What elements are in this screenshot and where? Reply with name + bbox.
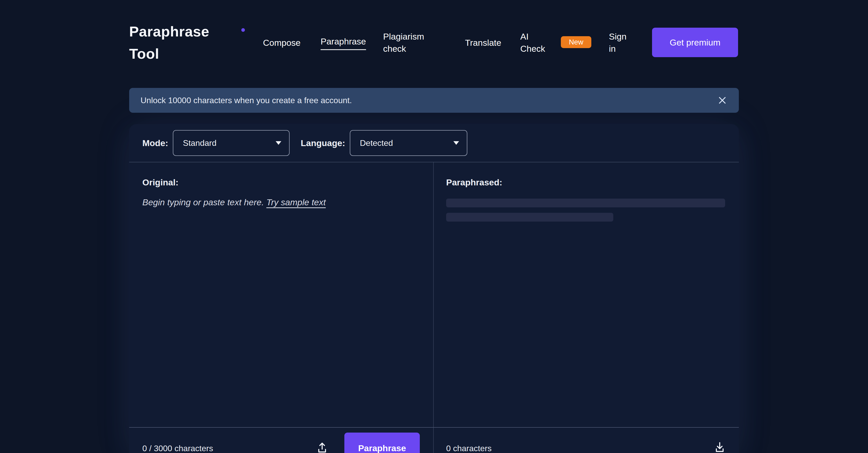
- bottom-bar-right: 0 characters: [434, 428, 739, 453]
- logo-line2: Tool: [129, 43, 209, 65]
- logo-dot-icon: [241, 28, 245, 32]
- language-select-value: Detected: [360, 138, 393, 148]
- new-badge: New: [561, 36, 591, 48]
- promo-banner-text: Unlock 10000 characters when you create …: [141, 96, 352, 105]
- editor-panels: Original: Begin typing or paste text her…: [129, 162, 739, 427]
- logo-line1: Paraphrase: [129, 21, 209, 43]
- mode-select[interactable]: Standard: [173, 130, 289, 156]
- toolbar: Mode: Standard Language: Detected: [129, 124, 739, 162]
- header: Paraphrase Tool Compose Paraphrase Plagi…: [129, 0, 739, 85]
- sign-in-link[interactable]: Sign in: [609, 30, 633, 55]
- skeleton-bar: [446, 213, 613, 222]
- paraphrase-card: Mode: Standard Language: Detected Origin…: [129, 124, 739, 453]
- logo[interactable]: Paraphrase Tool: [129, 21, 209, 65]
- close-icon[interactable]: [718, 96, 727, 105]
- chevron-down-icon: [276, 141, 281, 145]
- bottom-bar: 0 / 3000 characters Paraphrase 0 charact…: [129, 427, 739, 453]
- original-text-input[interactable]: Original: Begin typing or paste text her…: [129, 162, 434, 427]
- paraphrased-panel-title: Paraphrased:: [446, 177, 725, 188]
- try-sample-text-link[interactable]: Try sample text: [266, 197, 326, 207]
- nav-item-translate[interactable]: Translate: [465, 37, 501, 49]
- download-icon[interactable]: [714, 441, 725, 453]
- nav-item-compose[interactable]: Compose: [263, 37, 301, 49]
- nav-item-paraphrase-label: Paraphrase: [320, 35, 366, 50]
- skeleton-bar: [446, 199, 725, 207]
- nav-item-plagiarism-check[interactable]: Plagiarism check: [383, 30, 430, 55]
- paraphrase-button[interactable]: Paraphrase: [344, 432, 420, 453]
- mode-select-value: Standard: [183, 138, 216, 148]
- upload-icon[interactable]: [317, 442, 328, 453]
- promo-banner: Unlock 10000 characters when you create …: [129, 88, 739, 113]
- original-char-count: 0 / 3000 characters: [142, 444, 213, 453]
- get-premium-button[interactable]: Get premium: [652, 28, 738, 57]
- language-label: Language:: [301, 138, 345, 148]
- original-placeholder: Begin typing or paste text here. Try sam…: [142, 196, 423, 208]
- paraphrased-char-count: 0 characters: [446, 444, 492, 453]
- original-panel-title: Original:: [142, 177, 423, 188]
- language-select[interactable]: Detected: [350, 130, 467, 156]
- chevron-down-icon: [454, 141, 459, 145]
- placeholder-text: Begin typing or paste text here.: [142, 197, 264, 207]
- bottom-bar-left: 0 / 3000 characters Paraphrase: [129, 428, 434, 453]
- nav-item-ai-check[interactable]: AI Check: [520, 30, 551, 55]
- mode-label: Mode:: [142, 138, 168, 148]
- nav-item-paraphrase[interactable]: Paraphrase: [320, 35, 366, 50]
- paraphrased-output-panel: Paraphrased:: [434, 162, 739, 427]
